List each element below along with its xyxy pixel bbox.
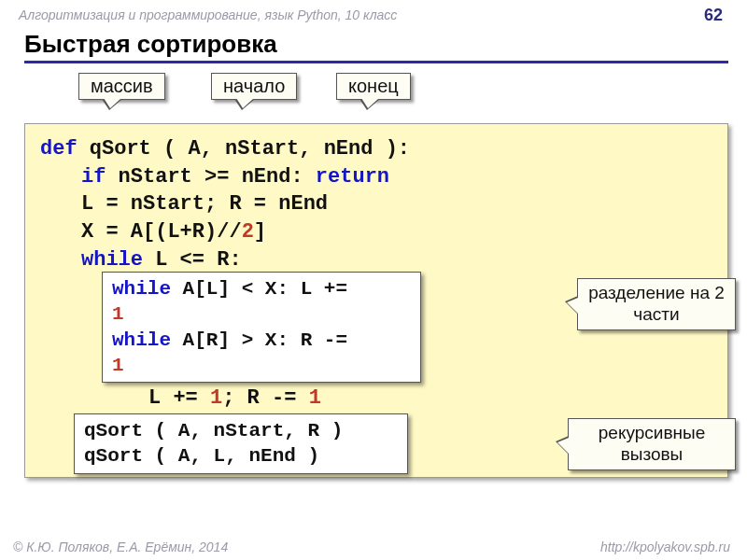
code-line-2: if nStart >= nEnd: return — [40, 163, 712, 191]
slide-body: массив начало конец def qSort ( A, nStar… — [0, 63, 747, 478]
slide-title: Быстрая сортировка — [24, 30, 728, 63]
callout-split-label: разделение на 2 части — [588, 283, 725, 324]
callout-end: конец — [336, 73, 411, 100]
code-line-5: while L <= R: — [40, 246, 712, 274]
overlay-inner-while: while A[L] < X: L += 1 while A[R] > X: R… — [102, 272, 421, 383]
callout-recursive: рекурсивные вызовы — [568, 418, 736, 470]
code-line-10: L += 1; R -= 1 — [40, 385, 712, 413]
footer-copyright: © К.Ю. Поляков, Е.А. Ерёмин, 2014 — [13, 539, 228, 554]
recursive-call-2: qSort ( A, L, nEnd ) — [84, 443, 398, 469]
callout-split: разделение на 2 части — [577, 278, 736, 330]
overlay-recursive-calls: qSort ( A, nStart, R ) qSort ( A, L, nEn… — [74, 413, 408, 474]
page-number: 62 — [704, 6, 723, 25]
callout-array-label: массив — [91, 76, 153, 96]
callout-end-label: конец — [348, 76, 399, 96]
inner-while-2: while A[R] > X: R -= 1 — [112, 328, 411, 379]
callout-recursive-label: рекурсивные вызовы — [599, 423, 705, 464]
callout-start: начало — [211, 73, 297, 100]
inner-while-1: while A[L] < X: L += 1 — [112, 276, 411, 328]
callout-array: массив — [78, 73, 165, 100]
code-line-1: def qSort ( A, nStart, nEnd ): — [40, 135, 712, 163]
code-line-3: L = nStart; R = nEnd — [40, 190, 712, 218]
code-line-4: X = A[(L+R)//2] — [40, 218, 712, 246]
slide-header: Алгоритмизация и программирование, язык … — [0, 0, 747, 26]
callout-start-label: начало — [223, 76, 285, 96]
footer-url: http://kpolyakov.spb.ru — [600, 539, 730, 554]
top-callouts: массив начало конец — [24, 73, 728, 118]
recursive-call-1: qSort ( A, nStart, R ) — [84, 418, 398, 443]
